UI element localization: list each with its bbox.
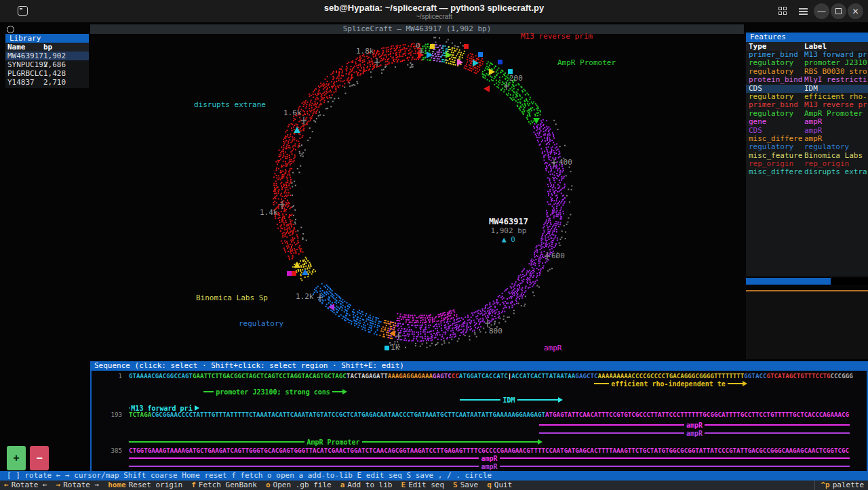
feature-row[interactable]: primer_bindM13 reverse pr (746, 101, 868, 109)
map-tick-label: 1.8k (356, 47, 374, 56)
map-tick-label: 1k (391, 343, 400, 352)
sequence-annotation: ampR (129, 462, 850, 470)
features-list: primer_bindM13 forward prregulatorypromo… (746, 51, 868, 277)
library-column-header: Name bp (5, 43, 89, 52)
sequence-line[interactable]: GTAAAACGACGGCCAGTGAATTCTTGACGGCTAGCTCAGT… (129, 372, 853, 380)
features-scrollbar[interactable] (746, 278, 831, 285)
splicecraft-app: seb@Hypatia: ~/splicecraft — python3 spl… (0, 0, 868, 490)
sequence-annotation: ampR (539, 429, 850, 437)
maximize-button[interactable] (831, 3, 846, 19)
library-col-name: Name (7, 43, 26, 52)
map-feature-label: AmpR Promoter (557, 58, 616, 67)
minimize-button[interactable]: — (814, 3, 829, 19)
map-tick-label: 800 (489, 327, 502, 335)
sequence-annotation: M13 forward pri (129, 404, 199, 412)
library-row[interactable]: MW4639171,902 (5, 52, 89, 60)
map-tick-label: 600 (551, 251, 565, 260)
palette-hint: ^ppalette (814, 481, 864, 490)
plasmid-map[interactable]: 02004006008001k1.2k1.4k1.6k1.8k M13 reve… (90, 34, 744, 361)
maximize-icon (835, 8, 842, 14)
features-scrollbar-track (831, 278, 868, 285)
feature-row[interactable]: regulatoryregulatory (746, 143, 868, 151)
sequence-line[interactable]: TCTAGACGCGGAACCCCTATTTGTTTATTTTTCTAAATAC… (129, 411, 849, 418)
map-tick-label: 400 (559, 158, 572, 167)
library-row[interactable]: Y148372,710 (5, 78, 89, 87)
keybinding-hint: aAdd to lib (340, 481, 393, 490)
feature-arrow-icon (484, 85, 490, 92)
feature-arrow-icon (446, 52, 452, 58)
map-feature-label: regulatory (239, 319, 283, 328)
library-row[interactable]: SYNPUC19V2,686 (5, 60, 89, 69)
plasmid-name: MW463917 (454, 217, 563, 226)
window-titlebar: seb@Hypatia: ~/splicecraft — python3 spl… (0, 0, 868, 23)
library-list: MW4639171,902SYNPUC19V2,686PLGRBCLC1,428… (5, 52, 89, 87)
map-tick-label: 200 (509, 74, 523, 83)
sequence-annotation: AmpR Promoter (129, 438, 542, 446)
circle-icon (7, 26, 14, 33)
keyhint-bar: [ ] rotate ← → cursor/map Shift coarse H… (0, 471, 868, 481)
sequence-annotation: ampR (539, 421, 850, 429)
library-row[interactable]: PLGRBCLC1,428 (5, 69, 89, 78)
feature-row[interactable]: protein_bindMlyI restricti (746, 76, 868, 84)
feature-marker-square (464, 44, 469, 49)
cursor-value: 0 (511, 235, 515, 244)
close-button[interactable]: ✕ (848, 3, 863, 19)
keybinding-hint: qQuit (487, 481, 512, 490)
map-tick-label: 0 (416, 41, 420, 50)
map-center-info: MW463917 1,902 bp ▲ 0 (454, 217, 563, 244)
feature-row[interactable]: misc_differedisrupts extra (746, 168, 868, 176)
cursor-position: ▲ 0 (454, 235, 563, 244)
keybinding-hint: SSave (453, 481, 478, 490)
map-feature-label: ampR (544, 344, 562, 352)
sequence-annotation: ampR (129, 454, 850, 462)
feature-marker-square (508, 69, 513, 74)
apps-grid-icon[interactable] (778, 7, 787, 15)
keybinding-hint: homeReset origin (108, 481, 182, 490)
sequence-header: Sequence (click: select · Shift+click: s… (90, 361, 868, 371)
sequence-line-number: 1 (95, 372, 122, 380)
feature-marker-square (287, 271, 292, 276)
library-col-bp: bp (43, 43, 52, 52)
keybinding-hint: →Rotate → (56, 481, 100, 490)
zoom-in-button[interactable]: + (7, 446, 26, 470)
sequence-annotation: promoter J23100; strong cons (203, 388, 347, 396)
map-tick-label: 1.4k (260, 208, 278, 217)
map-feature-label: disrupts extrane (194, 100, 266, 109)
keybinding-hint: fFetch GenBank (191, 481, 257, 490)
feature-marker-square (430, 44, 435, 49)
sequence-annotation: IDM (460, 396, 563, 404)
feature-row[interactable]: geneampR (746, 118, 868, 126)
keybinding-hint: ←Rotate ← (4, 481, 47, 490)
action-bar: ←Rotate ←→Rotate →homeReset originfFetch… (0, 481, 868, 490)
map-feature-label: Binomica Labs Sp (196, 293, 268, 302)
map-panel-title: SpliceCraft — MW463917 (1,902 bp) (90, 24, 744, 34)
keybinding-hint: EEdit seq (401, 481, 445, 490)
feature-marker-square (292, 271, 296, 276)
cursor-triangle-icon: ▲ (502, 235, 507, 244)
library-header: Library (5, 34, 89, 43)
map-tick-label: 1.6k (283, 108, 302, 117)
window-subtitle: ~/splicecraft (0, 13, 868, 20)
window-title: seb@Hypatia: ~/splicecraft — python3 spl… (0, 3, 868, 13)
sequence-line-number: 193 (95, 411, 122, 418)
sequence-line[interactable]: CTGGTGAAAGTAAAAGATGCTGAAGATCAGTTGGGTGCAC… (129, 447, 849, 454)
plasmid-size: 1,902 bp (454, 226, 563, 235)
feature-marker-square (384, 346, 389, 350)
zoom-out-button[interactable]: − (30, 446, 49, 470)
feature-marker-square (478, 52, 483, 57)
details-panel (746, 291, 868, 359)
map-feature-label: M13 reverse prim (521, 32, 593, 41)
feature-marker-square (498, 60, 502, 64)
keybinding-hint: oOpen .gb file (266, 481, 332, 490)
menu-icon[interactable] (799, 8, 808, 14)
map-tick-label: 1.2k (296, 292, 314, 301)
sequence-annotation: efficient rho-independent te (594, 380, 747, 388)
plasmid-ring[interactable]: 02004006008001k1.2k1.4k1.6k1.8k (90, 34, 744, 361)
features-header: Features (746, 33, 868, 42)
feature-row[interactable]: regulatorypromoter J2310 (746, 59, 868, 67)
sequence-line-number: 385 (95, 447, 122, 454)
